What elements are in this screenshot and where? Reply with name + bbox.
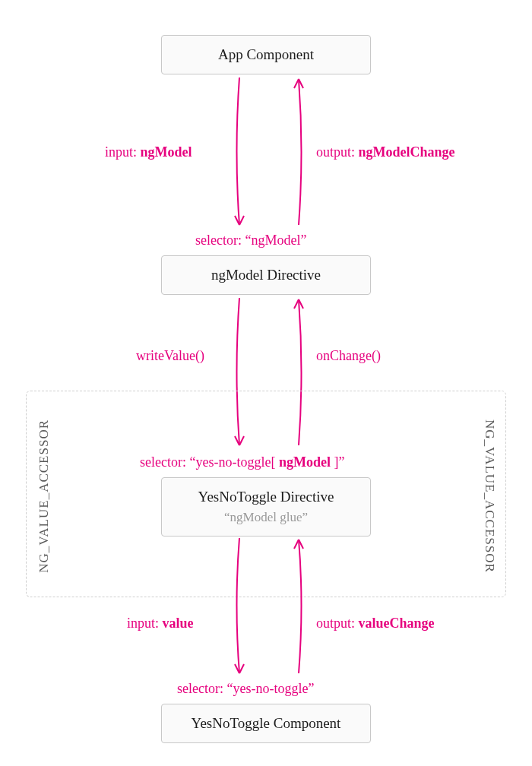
label-input-ngmodel: input: ngModel [105,144,192,160]
label-text: input: [127,616,163,631]
label-text: selector: “yes-no-toggle[ [140,454,279,470]
arrow-up-1 [287,76,310,234]
label-bold: ngModel [279,454,331,470]
accessor-label-right: NG_VALUE_ACCESSOR [482,419,497,573]
label-text: input: [105,144,141,160]
label-bold: ngModel [141,144,192,160]
label-text: output: [316,616,359,631]
yesno-toggle-component-title: YesNoToggle Component [192,715,341,731]
selector-toggle-directive: selector: “yes-no-toggle[ ngModel ]” [140,454,344,470]
label-bold: value [163,616,194,631]
yesno-toggle-directive-box: YesNoToggle Directive “ngModel glue” [161,477,371,537]
label-input-value: input: value [127,616,194,631]
selector-ngmodel: selector: “ngModel” [195,233,306,248]
label-output-ngmodelchange: output: ngModelChange [316,144,455,160]
label-output-valuechange: output: valueChange [316,616,435,631]
yesno-toggle-directive-title: YesNoToggle Directive [198,489,334,505]
accessor-label-left: NG_VALUE_ACCESSOR [36,419,52,573]
arrow-down-1 [228,76,251,234]
label-bold: valueChange [359,616,435,631]
label-text: ]” [331,454,344,470]
app-component-box: App Component [161,35,371,74]
label-text: output: [316,144,359,160]
yesno-toggle-directive-subtitle: “ngModel glue” [169,510,363,525]
yesno-toggle-component-box: YesNoToggle Component [161,704,371,743]
ngmodel-directive-box: ngModel Directive [161,255,371,295]
app-component-title: App Component [218,46,314,62]
selector-toggle-component: selector: “yes-no-toggle” [177,681,314,697]
label-onchange: onChange() [316,348,381,364]
label-bold: ngModelChange [359,144,455,160]
label-writevalue: writeValue() [136,348,204,364]
ngmodel-directive-title: ngModel Directive [211,267,321,283]
